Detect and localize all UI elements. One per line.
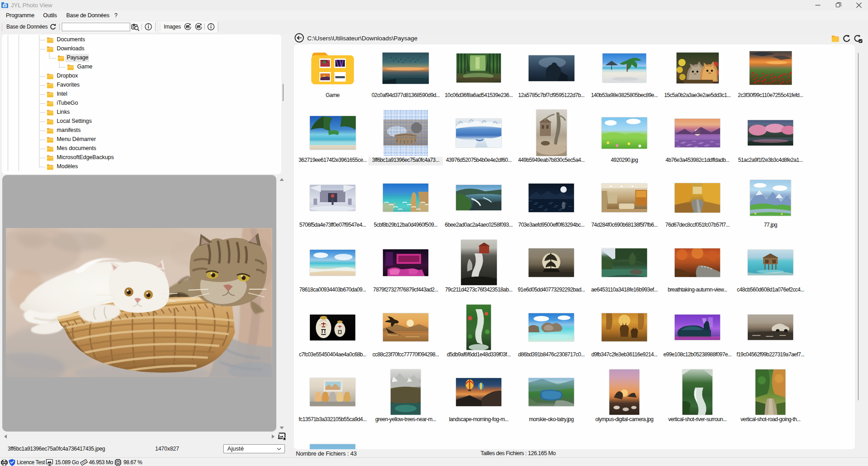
svg-text:www: www	[1, 461, 7, 464]
